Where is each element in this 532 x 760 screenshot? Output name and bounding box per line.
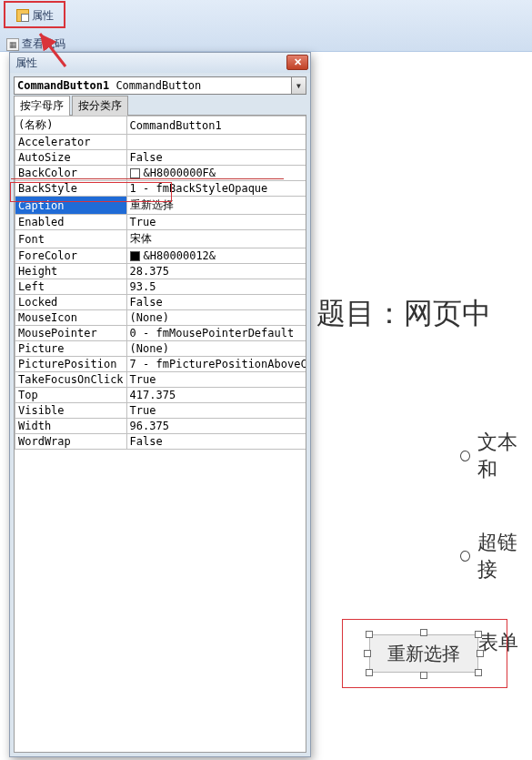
property-name: PicturePosition bbox=[15, 357, 127, 372]
titlebar[interactable]: 属性 ✕ bbox=[10, 53, 310, 73]
highlight-box-properties bbox=[4, 1, 65, 28]
radio-icon bbox=[460, 551, 470, 562]
color-swatch-icon bbox=[130, 251, 140, 261]
property-value[interactable]: 宋体 bbox=[126, 230, 306, 248]
radio-option-b[interactable]: 超链接 bbox=[460, 529, 532, 583]
property-row[interactable]: BackStyle1 - fmBackStyleOpaque bbox=[15, 181, 307, 197]
view-code-ribbon-button[interactable]: 查看代码 bbox=[6, 36, 65, 52]
property-row[interactable]: ForeColor&H80000012& bbox=[15, 248, 307, 264]
resize-handle-nw[interactable] bbox=[366, 631, 373, 638]
property-row[interactable]: Width96.375 bbox=[15, 419, 307, 434]
property-value[interactable]: &H80000012& bbox=[126, 248, 306, 264]
resize-handle-s[interactable] bbox=[420, 672, 427, 679]
property-name: Width bbox=[15, 419, 127, 434]
property-value[interactable]: CommandButton1 bbox=[126, 117, 306, 135]
properties-window[interactable]: 属性 ✕ CommandButton1 CommandButton ▼ 按字母序… bbox=[9, 52, 311, 757]
strike-annotation bbox=[11, 178, 284, 179]
tab-categorized[interactable]: 按分类序 bbox=[72, 96, 128, 116]
chevron-down-icon[interactable]: ▼ bbox=[291, 77, 306, 94]
property-row[interactable]: MousePointer0 - fmMousePointerDefault bbox=[15, 326, 307, 341]
close-icon[interactable]: ✕ bbox=[286, 55, 308, 70]
tab-alphabetic[interactable]: 按字母序 bbox=[14, 96, 70, 116]
property-name: Visible bbox=[15, 403, 127, 419]
property-row[interactable]: Left93.5 bbox=[15, 279, 307, 295]
property-value[interactable]: 28.375 bbox=[126, 264, 306, 279]
code-icon bbox=[6, 38, 19, 51]
property-value[interactable]: 7 - fmPicturePositionAboveCenter bbox=[126, 357, 306, 372]
property-name: AutoSize bbox=[15, 150, 127, 166]
resize-handle-w[interactable] bbox=[364, 650, 371, 657]
property-row[interactable]: MouseIcon(None) bbox=[15, 310, 307, 326]
window-title: 属性 bbox=[15, 56, 37, 71]
radio-icon bbox=[460, 451, 470, 461]
command-button-design[interactable]: 重新选择 bbox=[369, 634, 478, 673]
color-swatch-icon bbox=[130, 168, 140, 178]
property-value[interactable]: 417.375 bbox=[126, 388, 306, 403]
property-row[interactable]: Top417.375 bbox=[15, 388, 307, 403]
property-name: Font bbox=[15, 230, 127, 248]
property-name: Enabled bbox=[15, 215, 127, 230]
property-name: MousePointer bbox=[15, 326, 127, 341]
property-row[interactable]: EnabledTrue bbox=[15, 215, 307, 230]
property-value[interactable]: True bbox=[126, 372, 306, 388]
radio-option-a[interactable]: 文本和 bbox=[460, 429, 532, 483]
property-name: Height bbox=[15, 264, 127, 279]
property-name: Locked bbox=[15, 295, 127, 310]
property-row[interactable]: WordWrapFalse bbox=[15, 434, 307, 450]
option-label: 超链接 bbox=[477, 529, 532, 583]
property-value[interactable] bbox=[126, 135, 306, 150]
property-value[interactable]: True bbox=[126, 403, 306, 419]
object-type: CommandButton bbox=[115, 79, 201, 92]
property-name: Left bbox=[15, 279, 127, 295]
property-name: Caption bbox=[15, 197, 127, 215]
ribbon-area: 属性 查看代码 bbox=[0, 0, 532, 52]
property-row[interactable]: TakeFocusOnClickTrue bbox=[15, 372, 307, 388]
property-value[interactable]: False bbox=[126, 434, 306, 450]
property-row[interactable]: Picture(None) bbox=[15, 341, 307, 357]
property-value[interactable]: 重新选择 bbox=[126, 197, 306, 215]
property-name: Top bbox=[15, 388, 127, 403]
view-code-label: 查看代码 bbox=[22, 36, 65, 52]
property-value[interactable]: 1 - fmBackStyleOpaque bbox=[126, 181, 306, 197]
resize-handle-n[interactable] bbox=[420, 629, 427, 636]
property-name: Accelerator bbox=[15, 135, 127, 150]
property-name: BackStyle bbox=[15, 181, 127, 197]
property-value[interactable]: False bbox=[126, 150, 306, 166]
option-label: 文本和 bbox=[477, 429, 532, 483]
property-name: Picture bbox=[15, 341, 127, 357]
page-title: 题目：网页中 bbox=[316, 294, 532, 334]
object-selector[interactable]: CommandButton1 CommandButton ▼ bbox=[14, 76, 306, 95]
property-row[interactable]: Height28.375 bbox=[15, 264, 307, 279]
property-name: ForeColor bbox=[15, 248, 127, 264]
property-row[interactable]: PicturePosition7 - fmPicturePositionAbov… bbox=[15, 357, 307, 372]
property-grid[interactable]: (名称)CommandButton1AcceleratorAutoSizeFal… bbox=[14, 116, 306, 753]
property-name: TakeFocusOnClick bbox=[15, 372, 127, 388]
property-value[interactable]: (None) bbox=[126, 341, 306, 357]
property-row[interactable]: Caption重新选择 bbox=[15, 197, 307, 215]
property-name: (名称) bbox=[15, 117, 127, 135]
property-row[interactable]: LockedFalse bbox=[15, 295, 307, 310]
property-name: WordWrap bbox=[15, 434, 127, 450]
property-value[interactable]: True bbox=[126, 215, 306, 230]
property-value[interactable]: 93.5 bbox=[126, 279, 306, 295]
resize-handle-se[interactable] bbox=[475, 669, 482, 676]
property-value[interactable]: False bbox=[126, 295, 306, 310]
property-value[interactable]: 96.375 bbox=[126, 419, 306, 434]
resize-handle-sw[interactable] bbox=[366, 669, 373, 676]
property-name: MouseIcon bbox=[15, 310, 127, 326]
property-row[interactable]: Font宋体 bbox=[15, 230, 307, 248]
button-caption: 重新选择 bbox=[387, 642, 460, 666]
property-row[interactable]: VisibleTrue bbox=[15, 403, 307, 419]
property-value[interactable]: 0 - fmMousePointerDefault bbox=[126, 326, 306, 341]
property-row[interactable]: (名称)CommandButton1 bbox=[15, 117, 307, 135]
property-value[interactable]: (None) bbox=[126, 310, 306, 326]
object-name: CommandButton1 bbox=[17, 79, 109, 92]
resize-handle-e[interactable] bbox=[477, 650, 484, 657]
property-row[interactable]: AutoSizeFalse bbox=[15, 150, 307, 166]
property-row[interactable]: Accelerator bbox=[15, 135, 307, 150]
resize-handle-ne[interactable] bbox=[475, 631, 482, 638]
tabs: 按字母序 按分类序 bbox=[14, 97, 306, 116]
